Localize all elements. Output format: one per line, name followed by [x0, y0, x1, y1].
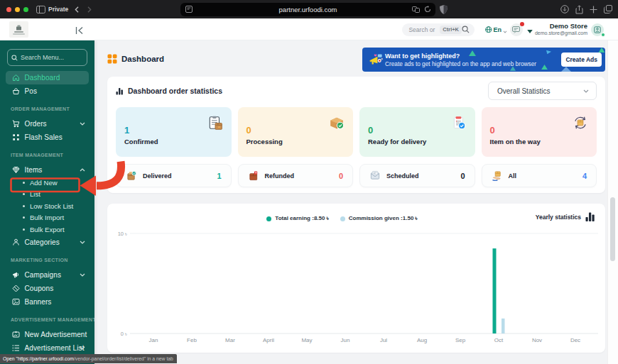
banner-title: Want to get highlighted?	[385, 52, 536, 60]
sidebar-item-banners[interactable]: Banners	[6, 295, 89, 309]
avatar[interactable]	[591, 23, 604, 36]
statistics-filter-select[interactable]: Overall Statistics	[488, 82, 597, 100]
confetti-shape	[469, 50, 476, 56]
sidebar-subitem-label: Bulk Import	[30, 214, 64, 221]
sidebar-item-coupons[interactable]: Coupons	[6, 282, 89, 295]
user-name: Demo Store	[535, 22, 587, 30]
zoom-window-button[interactable]	[23, 7, 28, 12]
create-ads-button[interactable]: Create Ads	[561, 53, 602, 67]
sidebar-item-campaigns[interactable]: Campaigns	[6, 268, 89, 282]
order-statistics-heading-text: Dashboard order statistics	[128, 87, 222, 95]
sidebar-subitem-label: Bulk Export	[30, 226, 65, 233]
sidebar-search-placeholder: Search Menu...	[21, 54, 64, 61]
x-tick-label: Mar	[225, 337, 235, 343]
sidebar-search-input[interactable]: Search Menu...	[7, 49, 87, 66]
sidebar-subitem-list[interactable]: List	[6, 189, 89, 201]
dashboard-grid-icon	[107, 54, 117, 64]
global-search-field[interactable]: Search or Ctrl+K	[402, 23, 475, 36]
language-selector[interactable]: En	[485, 23, 507, 36]
chevron-down-icon	[80, 273, 85, 277]
chevron-down-icon	[80, 241, 85, 244]
sidebar-subitem-bulk-import[interactable]: Bulk Import	[6, 212, 89, 224]
sidebar-collapse-icon[interactable]	[75, 25, 84, 38]
user-info[interactable]: Demo Store demo.store@gmail.com	[535, 22, 587, 37]
search-icon[interactable]	[462, 26, 470, 33]
mini-card-label: Refunded	[265, 172, 295, 180]
basket-icon	[12, 87, 20, 95]
stat-card-processing: 0Processing	[238, 107, 354, 157]
extension-shield-icon[interactable]	[440, 4, 448, 17]
person-icon	[594, 26, 601, 33]
yearly-statistics-chart: 10 ৳0 ৳JanFebMarAprilMayJunJulAugSepOctN…	[107, 204, 605, 353]
sidebar-subitem-low-stock-list[interactable]: Low Stock List	[6, 200, 89, 212]
sidebar-item-orders[interactable]: Orders	[6, 117, 89, 131]
bar-commission-given[interactable]	[502, 319, 505, 333]
bullet-icon	[23, 205, 25, 207]
chevron-down-icon	[80, 122, 85, 126]
sidebar-item-dashboard[interactable]: Dashboard	[6, 71, 89, 84]
mini-card-value: 0	[460, 172, 465, 180]
store-logo[interactable]	[9, 21, 28, 38]
mini-card-all[interactable]: All4	[482, 164, 597, 187]
x-tick-label: Nov	[532, 337, 542, 343]
sidebar-item-flash-sales[interactable]: Flash Sales	[6, 131, 89, 144]
downloads-icon[interactable]	[560, 5, 569, 13]
refunded-icon	[248, 170, 259, 181]
profile-caret-icon[interactable]	[527, 23, 533, 36]
new-tab-icon[interactable]	[590, 6, 597, 13]
x-tick-label: April	[263, 337, 274, 343]
sidebar-nav: DashboardPosORDER MANAGEMENTOrdersFlash …	[0, 71, 94, 355]
status-text-muted: /vendor-panel/order/list/delivered" in a…	[74, 356, 173, 361]
sidebar-item-new-advertisement[interactable]: New Advertisement	[6, 328, 89, 341]
ready-icon	[451, 116, 467, 130]
sidebar-subitem-label: List	[30, 190, 40, 198]
minimize-window-button[interactable]	[15, 7, 20, 12]
bar-chart-icon	[116, 87, 124, 95]
y-tick-label: 0 ৳	[121, 331, 127, 337]
order-statistics-heading: Dashboard order statistics	[116, 87, 222, 95]
messages-button[interactable]	[510, 23, 523, 36]
sidebar-section-label: ADVERTISEMENT MANAGEMENT	[11, 317, 89, 322]
x-tick-label: Sep	[455, 337, 466, 343]
scrollbar-thumb[interactable]	[610, 197, 615, 261]
close-window-button[interactable]	[6, 7, 11, 12]
image-plus-icon	[12, 331, 20, 338]
share-icon[interactable]	[575, 5, 583, 14]
window-controls	[6, 7, 28, 12]
yearly-statistics-card: Total earning :8.50 ৳Commission given :1…	[107, 204, 605, 353]
sidebar-subitem-add-new[interactable]: Add New	[6, 177, 89, 189]
mini-card-delivered[interactable]: Delivered1	[116, 164, 232, 187]
bullet-icon	[23, 228, 25, 231]
sidebar-item-items[interactable]: Items	[6, 163, 89, 177]
browser-sidebar-toggle-icon[interactable]	[36, 6, 45, 13]
bullet-icon	[23, 193, 25, 195]
forward-button[interactable]	[87, 6, 92, 13]
link-status-tooltip: Open "https://partner.urfoodi.com/vendor…	[0, 354, 177, 363]
tab-overview-icon[interactable]	[604, 5, 612, 13]
x-tick-label: Jun	[341, 337, 350, 343]
sidebar-section-label: ITEM MANAGEMENT	[11, 153, 89, 158]
mini-card-value: 4	[582, 172, 587, 180]
confetti-shape	[546, 50, 551, 55]
stat-label: Confirmed	[124, 138, 232, 145]
private-browsing-label: Private	[48, 6, 68, 13]
sidebar-item-pos[interactable]: Pos	[6, 84, 89, 98]
x-tick-label: Dec	[570, 337, 580, 343]
reload-icon[interactable]	[424, 3, 431, 16]
header-actions: Search or Ctrl+K En Demo S	[402, 18, 604, 40]
sidebar-item-categories[interactable]: Categories	[6, 236, 89, 249]
sidebar-item-label: Orders	[25, 120, 47, 128]
mini-cards-row: Delivered1 Refunded0 Scheduled0 All4	[116, 164, 597, 187]
confirmed-icon	[207, 116, 223, 130]
translate-icon[interactable]	[412, 3, 420, 16]
mini-card-refunded[interactable]: Refunded0	[238, 164, 354, 187]
address-bar[interactable]: partner.urfoodi.com	[180, 3, 435, 16]
address-bar-actions	[412, 3, 431, 16]
sidebar-item-label: Banners	[25, 298, 52, 306]
x-tick-label: Feb	[187, 337, 197, 343]
sidebar-subitem-bulk-export[interactable]: Bulk Export	[6, 224, 89, 236]
bar-total-earning[interactable]	[493, 248, 497, 333]
sidebar-item-advertisement-list[interactable]: Advertisement List	[6, 341, 89, 355]
mini-card-scheduled[interactable]: Scheduled0	[359, 164, 475, 187]
back-button[interactable]	[75, 6, 79, 13]
